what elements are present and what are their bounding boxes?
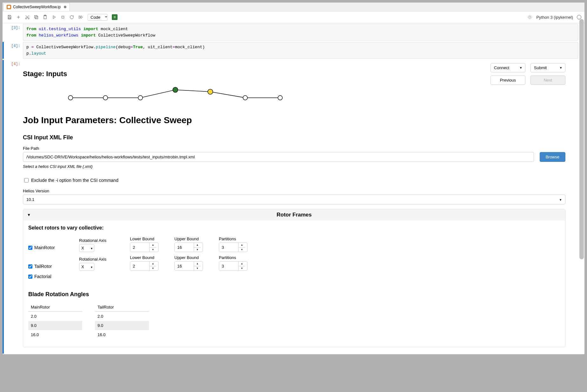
tailrotor-checkbox[interactable]: [28, 264, 32, 269]
factorial-checkbox-row[interactable]: Factorial: [28, 274, 560, 281]
rotor-panel-title: Rotor Frames: [277, 212, 312, 218]
tab-title: CollectiveSweepWorkflow.ip: [13, 5, 61, 9]
debugger-icon[interactable]: [527, 15, 532, 20]
kernel-status-icon[interactable]: [577, 15, 581, 19]
svg-point-13: [208, 89, 213, 94]
code-editor[interactable]: p = CollectiveSweepWorkflow.pipeline(deb…: [23, 42, 578, 59]
exclude-checkbox[interactable]: [24, 178, 29, 183]
spinner-down-icon[interactable]: ▼: [150, 248, 156, 252]
exclude-label: Exclude the -i option from the CSI comma…: [31, 178, 118, 183]
spinner-down-icon[interactable]: ▼: [194, 248, 201, 252]
svg-rect-7: [62, 16, 64, 18]
mainrotor-ub-input[interactable]: ▲▼: [174, 243, 203, 252]
code-editor[interactable]: from uit.testing_utils import mock_clien…: [23, 24, 578, 41]
filepath-label: File Path: [23, 146, 565, 151]
toolbar: Code ≡ Python 3 (ipykernel): [3, 11, 584, 23]
notebook-area: [3]: from uit.testing_utils import mock_…: [3, 23, 584, 354]
rotor-panel-header[interactable]: ▼ Rotor Frames: [23, 209, 565, 221]
stage-title: Stage: Inputs: [23, 70, 67, 78]
scrollbar[interactable]: [579, 19, 584, 357]
tailrotor-ub-input[interactable]: ▲▼: [174, 261, 203, 271]
notebook-icon: [7, 5, 11, 9]
unsaved-dot-icon: [64, 6, 66, 8]
angle-table-main: MainRotor 2.0 9.0 16.0: [28, 303, 82, 339]
spinner-up-icon[interactable]: ▲: [150, 262, 156, 266]
run-all-icon[interactable]: [77, 13, 84, 21]
submit-dropdown[interactable]: Submit: [530, 63, 565, 72]
svg-point-8: [529, 16, 531, 18]
rotor-row-main: MainRotor Rotational Axis X Lower Bound …: [28, 236, 560, 252]
previous-button[interactable]: Previous: [490, 76, 525, 85]
tailrotor-part-input[interactable]: ▲▼: [219, 261, 247, 271]
svg-point-9: [68, 96, 73, 100]
mainrotor-lb-input[interactable]: ▲▼: [130, 243, 159, 252]
filepath-hint: Select a helios CSI input XML file (.xml…: [23, 164, 565, 169]
scrollbar-thumb[interactable]: [579, 19, 584, 259]
spinner-down-icon[interactable]: ▼: [239, 266, 245, 271]
svg-point-10: [103, 96, 108, 100]
cell-prompt: [3]:: [4, 24, 23, 41]
angle-table-tail: TailRotor 2.0 9.0 16.0: [95, 303, 149, 339]
code-cell-1[interactable]: [3]: from uit.testing_utils import mock_…: [3, 23, 584, 41]
spinner-down-icon[interactable]: ▼: [194, 266, 201, 271]
tailrotor-checkbox-row[interactable]: TailRotor: [28, 264, 73, 271]
next-button: Next: [530, 76, 565, 85]
spinner-up-icon[interactable]: ▲: [239, 262, 245, 266]
kernel-name[interactable]: Python 3 (ipykernel): [536, 15, 573, 20]
rotor-row-tail: TailRotor Rotational Axis X Lower Bound …: [28, 255, 560, 271]
mainrotor-checkbox[interactable]: [28, 246, 32, 250]
tailrotor-lb-input[interactable]: ▲▼: [130, 261, 159, 271]
helios-version-label: Helios Version: [23, 189, 565, 193]
svg-point-11: [138, 96, 143, 100]
angles-tables: MainRotor 2.0 9.0 16.0 TailRotor 2.0 9.0: [28, 303, 560, 339]
file-tab[interactable]: CollectiveSweepWorkflow.ip: [3, 3, 70, 11]
render-icon[interactable]: ≡: [112, 14, 118, 20]
run-icon[interactable]: [50, 13, 58, 21]
csi-heading: CSI Input XML File: [23, 134, 565, 141]
helios-version-select[interactable]: 10.1: [23, 195, 565, 204]
rotor-panel: ▼ Rotor Frames Select rotors to vary col…: [23, 209, 565, 347]
spinner-down-icon[interactable]: ▼: [239, 248, 245, 252]
cell-type-select-wrap: Code: [86, 14, 109, 21]
svg-point-12: [173, 87, 178, 92]
mainrotor-part-input[interactable]: ▲▼: [219, 243, 247, 252]
output-prompt: [4]:: [4, 60, 23, 354]
save-icon[interactable]: [6, 13, 13, 21]
copy-icon[interactable]: [32, 13, 40, 21]
stage-graph: [67, 87, 565, 103]
output-cell: [4]: Stage: Inputs Connect Submit Previo…: [3, 59, 584, 354]
spinner-up-icon[interactable]: ▲: [194, 243, 201, 248]
restart-icon[interactable]: [68, 13, 76, 21]
spinner-up-icon[interactable]: ▲: [194, 262, 201, 266]
mainrotor-checkbox-row[interactable]: MainRotor: [28, 245, 73, 252]
cell-prompt: [4]:: [4, 42, 23, 59]
svg-rect-0: [9, 17, 10, 19]
tab-bar: CollectiveSweepWorkflow.ip: [3, 3, 584, 11]
svg-point-15: [278, 96, 282, 100]
stop-icon[interactable]: [59, 13, 67, 21]
spinner-down-icon[interactable]: ▼: [150, 266, 156, 271]
angles-heading: Blade Rotation Angles: [28, 291, 560, 298]
cut-icon[interactable]: [24, 13, 31, 21]
page-heading: Job Input Parameters: Collective Sweep: [23, 115, 565, 125]
paste-icon[interactable]: [41, 13, 49, 21]
collapse-icon[interactable]: ▼: [27, 213, 31, 217]
svg-point-14: [243, 96, 247, 100]
cell-type-select[interactable]: Code: [88, 14, 107, 21]
svg-rect-4: [35, 16, 37, 18]
connect-dropdown[interactable]: Connect: [490, 63, 525, 72]
tailrotor-axis-select[interactable]: X: [79, 263, 94, 271]
factorial-checkbox[interactable]: [28, 275, 32, 279]
spinner-up-icon[interactable]: ▲: [150, 243, 156, 248]
filepath-input[interactable]: [23, 152, 534, 162]
rotor-select-label: Select rotors to vary collective:: [28, 225, 560, 231]
mainrotor-axis-select[interactable]: X: [79, 244, 94, 252]
browse-button[interactable]: Browse: [540, 152, 565, 162]
exclude-checkbox-row[interactable]: Exclude the -i option from the CSI comma…: [24, 178, 565, 183]
add-cell-icon[interactable]: [15, 13, 22, 21]
spinner-up-icon[interactable]: ▲: [239, 243, 245, 248]
svg-rect-3: [35, 16, 38, 19]
code-cell-2[interactable]: [4]: p = CollectiveSweepWorkflow.pipelin…: [3, 41, 584, 59]
